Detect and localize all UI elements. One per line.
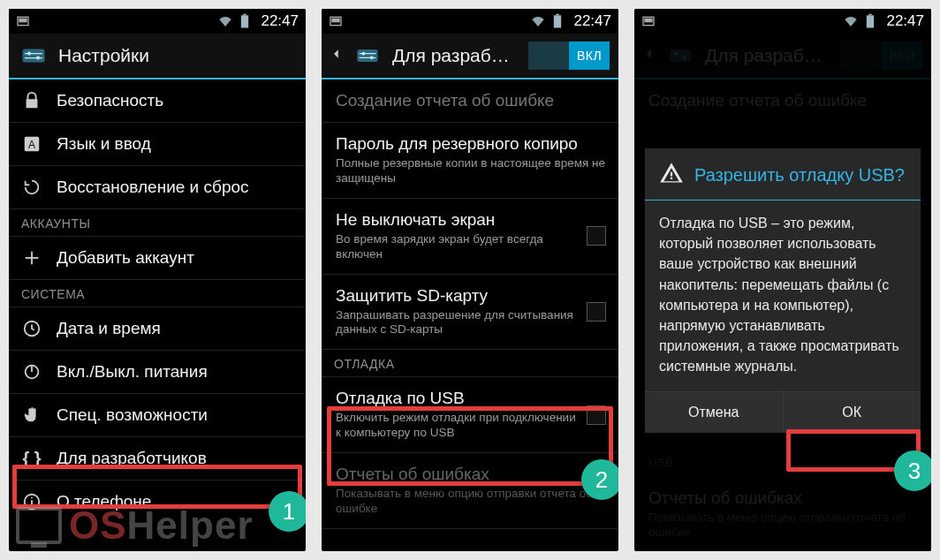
svg-rect-4 (23, 49, 45, 63)
action-bar: Настройки (9, 34, 306, 79)
status-bar: 22:47 (322, 9, 618, 34)
row-security[interactable]: Безопасность (9, 79, 306, 123)
row-label: Пароль для резервного копиро (336, 134, 606, 154)
svg-text:A: A (28, 139, 35, 151)
annotation-badge-2: 2 (581, 459, 618, 500)
restore-icon (19, 175, 44, 200)
language-icon: A (19, 132, 44, 156)
page-title: Настройки (58, 45, 297, 66)
wifi-icon (218, 14, 232, 28)
toggle-on-label: ВКЛ (569, 42, 610, 70)
warning-icon (659, 161, 684, 189)
status-bar: 22:47 (634, 9, 931, 34)
status-bar: 22:47 (9, 9, 306, 34)
row-label: Вкл./Выкл. питания (57, 362, 293, 382)
hand-icon (19, 403, 44, 428)
row-label: Отчеты об ошибках (336, 465, 606, 484)
row-label: Для разработчиков (57, 449, 293, 468)
row-label: Создание отчета об ошибке (336, 91, 606, 110)
settings-icon (352, 40, 383, 72)
row-error-reports[interactable]: Отчеты об ошибках Показывать в меню опци… (322, 453, 618, 529)
dialog-body: Отладка по USB – это режим, который позв… (645, 201, 921, 391)
status-time: 22:47 (261, 12, 299, 30)
row-label: Добавить аккаунт (57, 248, 293, 268)
svg-rect-31 (869, 14, 872, 16)
usb-debug-dialog: Разрешить отладку USB? Отладка по USB – … (645, 148, 921, 433)
checkbox[interactable] (587, 302, 606, 322)
phone-screenshot-2: 22:47 Для разраб… ВКЛ Создание отчета об… (322, 9, 618, 551)
battery-icon (863, 14, 877, 28)
row-developer-options[interactable]: { } Для разработчиков (9, 437, 306, 481)
row-subtitle: Показывать в меню опцию отправки отчета … (336, 487, 606, 517)
action-bar: Для разраб… ВКЛ (322, 34, 618, 79)
settings-list[interactable]: Безопасность A Язык и ввод Восстановлени… (9, 79, 306, 551)
ok-button[interactable]: ОК (783, 392, 921, 433)
row-stay-awake[interactable]: Не выключать экран Во время зарядки экра… (322, 199, 618, 275)
settings-icon (18, 40, 49, 72)
section-system: СИСТЕМА (9, 280, 306, 307)
svg-rect-20 (331, 19, 339, 23)
annotation-badge-3: 3 (894, 450, 931, 491)
row-about-phone[interactable]: О телефоне (9, 481, 306, 523)
svg-rect-29 (644, 19, 652, 23)
screenshot-icon (16, 14, 30, 28)
row-add-account[interactable]: Добавить аккаунт (9, 237, 306, 280)
cancel-button[interactable]: Отмена (645, 392, 783, 433)
row-power-schedule[interactable]: Вкл./Выкл. питания (9, 351, 306, 394)
status-time: 22:47 (886, 12, 924, 30)
wifi-icon (531, 14, 545, 28)
battery-icon (238, 14, 252, 28)
row-label: Язык и ввод (57, 134, 293, 154)
row-protect-sd[interactable]: Защитить SD-карту Запрашивать разрешение… (322, 275, 618, 351)
row-label: Дата и время (57, 319, 293, 338)
svg-point-18 (31, 497, 33, 499)
lock-icon (19, 88, 44, 113)
svg-rect-22 (557, 14, 559, 16)
row-label: Не выключать экран (336, 210, 578, 230)
info-icon (19, 489, 44, 514)
row-label: Спец. возможности (57, 405, 293, 425)
row-subtitle: Запрашивать разрешение для считывания да… (336, 308, 578, 338)
row-backup-reset[interactable]: Восстановление и сброс (9, 166, 306, 209)
screenshot-icon (641, 14, 656, 28)
row-language[interactable]: A Язык и ввод (9, 123, 306, 166)
checkbox[interactable] (587, 226, 606, 246)
svg-rect-2 (241, 15, 248, 27)
plus-icon (19, 246, 44, 270)
dev-options-list[interactable]: Создание отчета об ошибке Пароль для рез… (322, 79, 618, 551)
svg-rect-23 (357, 49, 377, 62)
svg-rect-30 (867, 15, 874, 27)
screenshot-icon (329, 14, 343, 28)
row-subtitle: Полные резервные копии в настоящее время… (336, 156, 606, 186)
row-datetime[interactable]: Дата и время (9, 307, 306, 351)
row-bug-report[interactable]: Создание отчета об ошибке (322, 79, 618, 123)
dev-options-toggle[interactable]: ВКЛ (528, 42, 610, 70)
row-accessibility[interactable]: Спец. возможности (9, 394, 306, 437)
row-label: Отладка по USB (336, 389, 578, 408)
section-accounts: АККАУНТЫ (9, 209, 306, 237)
clock-icon (19, 316, 44, 341)
svg-rect-21 (554, 15, 561, 27)
row-backup-password[interactable]: Пароль для резервного копиро Полные резе… (322, 123, 618, 199)
battery-icon (550, 14, 565, 28)
row-label: Безопасность (57, 91, 293, 110)
row-label: Защитить SD-карту (336, 286, 578, 306)
row-label: Восстановление и сброс (57, 178, 293, 197)
svg-rect-1 (19, 19, 27, 23)
checkbox[interactable] (587, 405, 606, 425)
wifi-icon (844, 14, 858, 28)
power-icon (19, 359, 44, 384)
section-debug: ОТЛАДКА (322, 350, 618, 377)
annotation-badge-1: 1 (269, 491, 306, 532)
row-subtitle: Включить режим отладки при подключении к… (336, 411, 578, 441)
svg-rect-3 (244, 14, 246, 16)
status-time: 22:47 (573, 12, 611, 30)
row-usb-debugging[interactable]: Отладка по USB Включить режим отладки пр… (322, 377, 618, 453)
braces-icon: { } (19, 446, 44, 471)
row-label: О телефоне (57, 492, 293, 511)
phone-screenshot-1: 22:47 Настройки Безопасность A Язык и вв… (9, 9, 306, 551)
row-subtitle: Во время зарядки экран будет всегда вклю… (336, 232, 578, 262)
phone-screenshot-3: 22:47 Для разраб… ВКЛ Создание отчета об… (634, 9, 931, 551)
back-icon[interactable] (330, 48, 343, 64)
page-title: Для разраб… (392, 45, 519, 66)
